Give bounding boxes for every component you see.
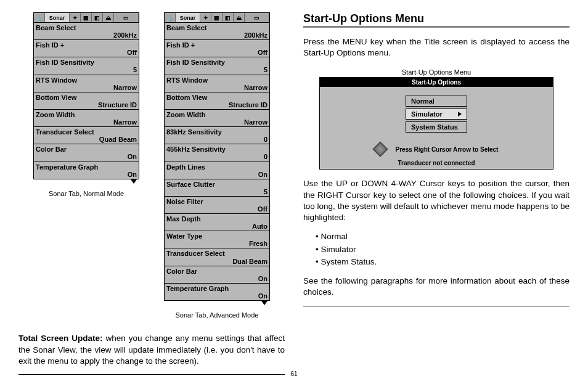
tab-sonar[interactable]: Sonar [45,13,70,22]
menu-row[interactable]: Max DepthAuto [165,214,269,231]
tab-icon: ▭ [114,13,139,22]
bullet-item: Simulator [316,244,570,256]
tab-icon: ✦ [70,13,81,22]
menu-row[interactable]: Transducer SelectDual Beam [165,248,269,266]
tab-icon: ✦ [200,13,211,22]
caption-advanced: Sonar Tab, Advanced Mode [164,311,270,319]
section-title: Start-Up Options Menu [303,12,570,25]
startup-screen: Start-Up Options Normal Simulator System… [319,77,553,170]
menu-row[interactable]: Transducer SelectQuad Beam [34,127,139,144]
menu-row[interactable]: Fish ID Sensitivity5 [165,57,269,75]
bullet-item: Normal [316,231,570,243]
para3: See the following paragraphs for more in… [303,276,570,298]
menu-row[interactable]: Water TypeFresh [165,231,269,248]
startup-status: Transducer not connected [320,158,553,169]
intro-text: Press the MENU key when the Title screen… [303,36,570,59]
menu-row[interactable]: RTS WindowNarrow [34,75,139,92]
caption-normal: Sonar Tab, Normal Mode [33,190,139,197]
option-normal[interactable]: Normal [406,96,467,107]
tab-icon: ▦ [211,13,223,22]
menu-row[interactable]: Color BarOn [34,144,139,162]
scroll-down-icon [164,300,270,306]
menu-row[interactable]: Zoom WidthNarrow [34,110,139,127]
sonar-menu-normal: ⚓ Sonar ✦ ▦ ◧ ⛰ ▭ Beam Select200kHz Fish… [33,12,139,179]
menu-row[interactable]: RTS WindowNarrow [165,75,269,92]
menu-row[interactable]: Fish ID +Off [165,40,269,57]
tab-icon: ◧ [223,13,234,22]
tab-icon: ▦ [81,13,92,22]
sonar-menu-normal-wrapper: ⚓ Sonar ✦ ▦ ◧ ⛰ ▭ Beam Select200kHz Fish… [33,12,139,319]
para2: Use the UP or DOWN 4-WAY Cursor keys to … [303,178,570,223]
tab-icon: ▭ [245,13,269,22]
menu-row[interactable]: Surface Clutter5 [165,179,269,197]
bullet-item: System Status. [316,256,570,268]
total-screen-update-text: Total Screen Update: when you change any… [18,333,285,367]
tab-bar: ⚓ Sonar ✦ ▦ ◧ ⛰ ▭ [165,13,269,23]
menu-row[interactable]: Beam Select200kHz [34,23,139,40]
right-column: Start-Up Options Menu Press the MENU key… [303,12,570,375]
tab-icon: ⛰ [234,13,245,22]
sonar-menu-advanced-wrapper: ⚓ Sonar ✦ ▦ ◧ ⛰ ▭ Beam Select200kHz Fish… [164,12,270,319]
page-number: 61 [0,371,588,377]
menu-row[interactable]: Zoom WidthNarrow [165,110,269,127]
tab-bar: ⚓ Sonar ✦ ▦ ◧ ⛰ ▭ [34,13,139,23]
bullet-list: Normal Simulator System Status. [316,231,570,268]
left-column: ⚓ Sonar ✦ ▦ ◧ ⛰ ▭ Beam Select200kHz Fish… [18,12,285,375]
tab-sonar[interactable]: Sonar [176,13,200,22]
menu-row[interactable]: 455kHz Sensitivity0 [165,144,269,162]
menu-row[interactable]: Fish ID Sensitivity5 [34,57,139,75]
menu-row[interactable]: Depth LinesOn [165,162,269,179]
menu-row[interactable]: Noise FilterOff [165,197,269,214]
startup-hint: Press Right Cursor Arrow to Select [320,136,553,158]
footer-rule [303,306,570,306]
tab-icon: ◧ [92,13,103,22]
scroll-down-icon [33,179,139,185]
tab-icon: ⚓ [34,13,45,22]
menu-row[interactable]: Temperature GraphOn [34,162,139,179]
option-simulator[interactable]: Simulator [406,109,467,120]
menu-row[interactable]: Beam Select200kHz [165,23,269,40]
option-system-status[interactable]: System Status [406,121,467,133]
startup-header: Start-Up Options [320,78,553,87]
dpad-icon [372,142,388,157]
menu-row[interactable]: 83kHz Sensitivity0 [165,127,269,144]
menu-row[interactable]: Bottom ViewStructure ID [34,92,139,110]
menu-row[interactable]: Fish ID +Off [34,40,139,57]
figure-caption: Start-Up Options Menu [303,68,570,76]
menu-row[interactable]: Temperature GraphOn [165,284,269,300]
title-rule [303,27,570,28]
menu-row[interactable]: Bottom ViewStructure ID [165,92,269,110]
cursor-arrow-icon [458,112,462,117]
menu-row[interactable]: Color BarOn [165,266,269,284]
tab-icon: ⚓ [165,13,176,22]
sonar-menu-advanced: ⚓ Sonar ✦ ▦ ◧ ⛰ ▭ Beam Select200kHz Fish… [164,12,270,301]
tab-icon: ⛰ [103,13,114,22]
